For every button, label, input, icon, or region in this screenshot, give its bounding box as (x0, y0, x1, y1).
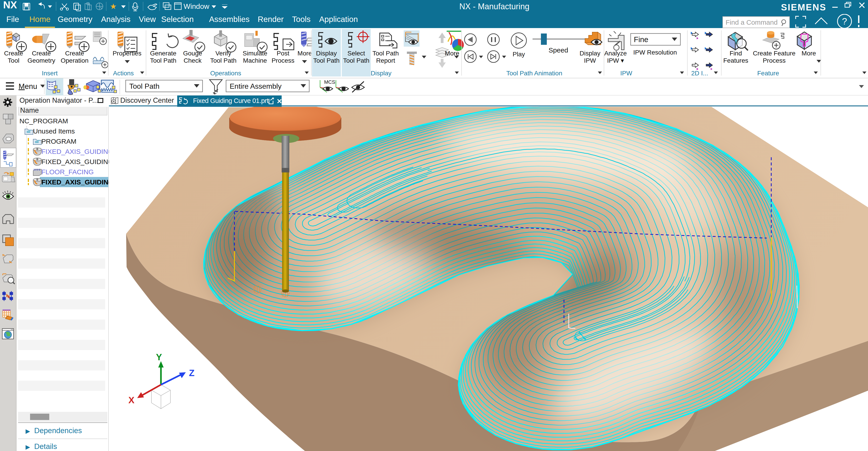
svg-text:Tool Path: Tool Path (129, 82, 159, 90)
svg-text:★: ★ (110, 2, 117, 11)
svg-text:Entire Assembly: Entire Assembly (230, 82, 281, 90)
svg-text:Menu: Menu (19, 82, 37, 90)
svg-text:MCS: MCS (324, 79, 335, 85)
svg-text:Fine: Fine (634, 35, 648, 44)
svg-text:Window: Window (184, 2, 210, 10)
svg-text:Y: Y (156, 352, 162, 362)
svg-text:Z: Z (189, 368, 194, 378)
svg-text:X: X (128, 395, 134, 405)
